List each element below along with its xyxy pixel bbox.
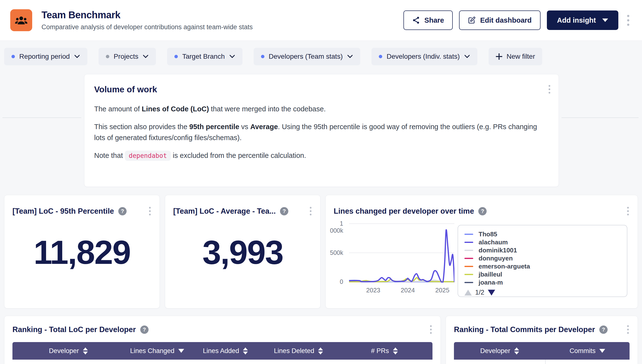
column-header-lines-deleted[interactable]: Lines Deleted [261,347,336,355]
new-filter-label: New filter [507,53,535,60]
legend-item[interactable]: joana-m [465,278,620,286]
filter-active-dot [174,55,178,58]
series-name: mavica [479,287,500,288]
filter-target-branch[interactable]: Target Branch [167,48,242,65]
plus-icon [496,53,502,60]
legend-page-up-icon[interactable] [465,290,472,296]
share-button[interactable]: Share [403,10,453,30]
column-header-lines-added[interactable]: Lines Added [190,347,261,355]
filter-label: Projects [114,53,138,60]
legend-page-down-icon[interactable] [488,290,495,296]
filter-active-dot [12,55,15,58]
card-kebab-menu[interactable] [547,83,552,96]
edit-dashboard-label: Edit dashboard [480,16,532,24]
legend-items: Tho85 alachaum dominik1001 donnguyen eme… [465,230,620,288]
add-insight-button[interactable]: Add insight [547,10,618,30]
page-kebab-menu[interactable] [625,12,632,28]
legend-item[interactable]: Tho85 [465,230,620,238]
legend-item[interactable]: mavica [465,286,620,288]
legend-item[interactable]: jbailleul [465,270,620,278]
column-label: Developer [49,347,79,355]
column-header-developer[interactable]: Developer [454,347,545,355]
add-insight-label: Add insight [557,16,596,24]
page-title: Team Benchmark [42,10,253,20]
filter-label: Developers (Team stats) [269,53,343,60]
volume-paragraph-1: The amount of Lines of Code (LoC) that w… [94,104,545,114]
filter-bar: Reporting period Projects Target Branch … [4,48,542,65]
chevron-down-icon [229,54,235,58]
filter-label: Reporting period [19,53,70,60]
series-swatch [465,234,473,235]
card-kebab-menu[interactable] [625,205,631,217]
filter-active-dot [261,55,264,58]
share-icon [412,16,420,24]
legend-item[interactable]: dominik1001 [465,246,620,254]
text: vs [239,123,250,130]
sort-icon [243,348,248,354]
developer-cell: tomazernour [454,360,545,364]
divider-line [561,118,638,118]
filter-label: Target Branch [182,53,225,60]
card-header: [Team] LoC - Average - Tea... [165,195,320,217]
series-name: joana-m [479,279,503,286]
series-swatch [465,266,473,267]
edit-dashboard-button[interactable]: Edit dashboard [459,10,540,30]
chevron-down-icon [347,54,353,58]
sort-icon [83,348,88,354]
filter-developers-indiv-stats[interactable]: Developers (Indiv. stats) [371,48,477,65]
help-icon[interactable] [118,207,127,216]
legend-item[interactable]: emerson-argueta [465,262,620,270]
column-header-lines-changed[interactable]: Lines Changed [124,347,190,355]
text: This section also provides the [94,123,189,130]
ranking-loc-table: Developer Lines Changed Lines Added Line… [13,342,433,364]
legend-item[interactable]: donnguyen [465,254,620,262]
text-bold: Average [250,123,278,130]
table-row[interactable]: tomazernour 260 [454,360,629,364]
filter-developers-team-stats[interactable]: Developers (Team stats) [254,48,360,65]
table-header-row: Developer Commits [454,342,629,360]
card-kebab-menu[interactable] [625,323,631,336]
stat-value: 3,993 [165,233,320,272]
help-icon[interactable] [599,326,608,334]
divider-line [3,118,81,118]
sort-desc-icon [599,349,605,353]
card-title: Lines changed per developer over time [334,207,474,216]
column-header-prs[interactable]: # PRs [336,347,433,355]
series-name: donnguyen [479,254,513,262]
help-icon[interactable] [140,326,148,334]
chevron-down-icon [602,18,608,22]
ranking-total-commits-card: Ranking - Total Commits per Developer De… [446,316,638,364]
series-name: Tho85 [479,230,497,238]
text: The amount of [94,105,142,113]
filter-label: Developers (Indiv. stats) [387,53,460,60]
ranking-total-loc-card: Ranking - Total LoC per Developer Develo… [4,316,441,364]
card-kebab-menu[interactable] [147,205,153,217]
volume-of-work-title: Volume of work [94,84,549,94]
column-label: Lines Changed [130,347,174,355]
ranking-commits-table: Developer Commits tomazernour 260 [454,342,629,364]
series-name: jbailleul [479,271,502,278]
column-header-developer[interactable]: Developer [13,347,124,355]
chevron-down-icon [143,54,148,58]
series-name: alachaum [479,238,508,246]
card-header: [Team] LoC - 95th Percentile [5,195,159,217]
card-kebab-menu[interactable] [308,205,313,217]
help-icon[interactable] [280,207,288,216]
legend-item[interactable]: alachaum [465,238,620,246]
new-filter-button[interactable]: New filter [489,48,542,65]
volume-of-work-card: Volume of work The amount of Lines of Co… [84,74,559,187]
help-icon[interactable] [478,207,487,216]
filter-reporting-period[interactable]: Reporting period [4,48,87,65]
table-header-row: Developer Lines Changed Lines Added Line… [13,342,433,360]
filter-projects[interactable]: Projects [99,48,156,65]
legend-pagination: 1/2 [465,289,620,296]
card-kebab-menu[interactable] [428,323,434,336]
card-title: Ranking - Total LoC per Developer [13,325,136,334]
series-swatch [465,250,473,251]
card-header: Lines changed per developer over time [326,195,637,217]
card-header: Ranking - Total LoC per Developer [5,316,441,336]
column-header-commits[interactable]: Commits [545,347,629,355]
filter-active-dot [379,55,382,58]
dependabot-code-chip: dependabot [125,150,171,161]
team-people-icon [15,14,28,27]
